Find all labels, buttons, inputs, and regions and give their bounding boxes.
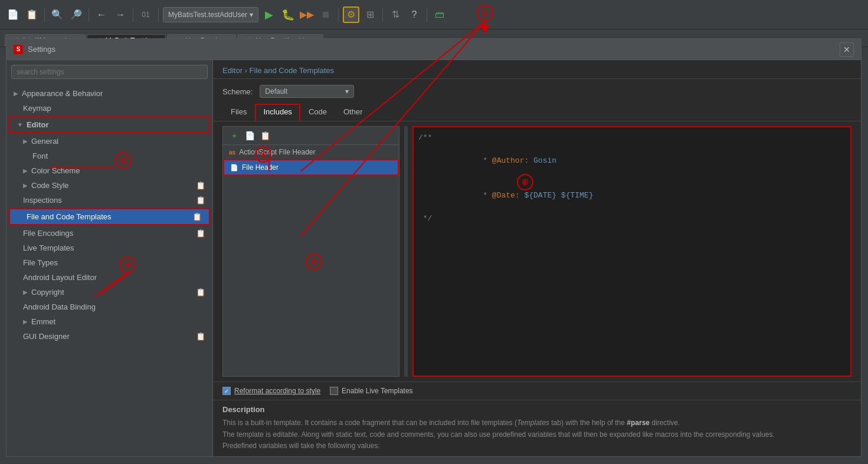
sidebar-item-font[interactable]: Font xyxy=(6,149,212,163)
reformat-checkbox-row: Reformat according to style xyxy=(222,387,320,395)
list-item-actionscript[interactable]: as ActionScript File Header xyxy=(223,145,399,159)
stop-icon[interactable]: ⏹ xyxy=(317,6,334,23)
code-editor-panel[interactable]: /** * @Author: Gosin * @Date: ${DATE} ${… xyxy=(412,126,851,377)
main-toolbar: 📄 📋 🔍 🔎 ← → 01 MyBatisTest.testAddUser ▾… xyxy=(0,0,868,29)
new-file-icon[interactable]: 📄 xyxy=(5,6,21,23)
sidebar-tree: ▶ Appearance & Behavior Keymap ▼ Editor xyxy=(6,84,212,456)
scheme-value: Default xyxy=(265,87,287,96)
find-usages-icon[interactable]: 🔎 xyxy=(68,6,84,23)
breadcrumb: Editor › File and Code Templates xyxy=(213,60,861,79)
scheme-dropdown[interactable]: Default ▾ xyxy=(260,85,354,98)
sidebar-inspections-label: Inspections xyxy=(23,196,62,205)
copy-badge-icon: 📋 xyxy=(196,181,205,190)
settings-sidebar: ▶ Appearance & Behavior Keymap ▼ Editor xyxy=(6,60,213,456)
hierarchy-icon[interactable]: ⇅ xyxy=(387,6,404,23)
tab-includes[interactable]: Includes xyxy=(255,104,300,121)
separator-7 xyxy=(427,8,427,22)
live-templates-checkbox-row: Enable Live Templates xyxy=(330,387,413,395)
sidebar-item-color-scheme[interactable]: ▶ Color Scheme xyxy=(6,163,212,178)
description-label: Description xyxy=(222,405,851,414)
dialog-title-label: Settings xyxy=(28,45,55,54)
sidebar-gui-designer-label: GUI Designer xyxy=(23,332,70,341)
debug-build-icon[interactable]: 01 xyxy=(137,6,154,23)
delete-template-button[interactable]: 📋 xyxy=(258,129,271,142)
sidebar-item-file-code-templates[interactable]: File and Code Templates 📋 xyxy=(10,209,209,224)
breadcrumb-text: Editor › File and Code Templates xyxy=(222,66,334,75)
sidebar-item-gui-designer[interactable]: GUI Designer 📋 xyxy=(6,329,212,344)
sidebar-code-style-label: Code Style xyxy=(31,181,69,190)
panel-divider[interactable] xyxy=(404,126,408,377)
reformat-label: Reformat according to style xyxy=(234,387,320,395)
sidebar-item-emmet[interactable]: ▶ Emmet xyxy=(6,314,212,329)
sidebar-item-general[interactable]: ▶ General xyxy=(6,134,212,149)
expand-down-arrow-icon: ▼ xyxy=(17,121,23,128)
tab-files[interactable]: Files xyxy=(222,104,255,121)
find-icon[interactable]: 🔍 xyxy=(49,6,65,23)
tab-other[interactable]: Other xyxy=(335,104,371,121)
sidebar-item-appearance[interactable]: ▶ Appearance & Behavior xyxy=(6,86,212,101)
sidebar-item-editor[interactable]: ▼ Editor xyxy=(10,117,209,132)
sidebar-item-android-layout[interactable]: Android Layout Editor xyxy=(6,270,212,285)
code-line-4: */ xyxy=(418,213,846,225)
add-template-button[interactable]: + xyxy=(228,129,241,142)
tab-files-label: Files xyxy=(231,107,247,116)
run-button[interactable]: ▶ xyxy=(261,6,277,23)
database-icon[interactable]: 🗃 xyxy=(431,6,448,23)
description-text: This is a built-in template. It contains… xyxy=(222,417,851,452)
sidebar-item-live-templates[interactable]: Live Templates xyxy=(6,241,212,255)
sidebar-live-templates-label: Live Templates xyxy=(23,243,74,252)
help-icon[interactable]: ? xyxy=(406,6,422,23)
sidebar-general-label: General xyxy=(31,137,58,146)
separator-6 xyxy=(382,8,383,22)
back-icon[interactable]: ← xyxy=(93,6,110,23)
sidebar-item-copyright[interactable]: ▶ Copyright 📋 xyxy=(6,285,212,300)
sidebar-emmet-label: Emmet xyxy=(31,317,55,326)
list-item-actionscript-label: ActionScript File Header xyxy=(239,148,315,156)
sidebar-item-inspections[interactable]: Inspections 📋 xyxy=(6,193,212,208)
template-tabs-bar: Files Includes Code Other xyxy=(213,104,861,121)
copy-icon[interactable]: 📋 xyxy=(24,6,40,23)
sidebar-search-input[interactable] xyxy=(11,65,208,79)
dialog-titlebar: S Settings ✕ xyxy=(6,39,861,60)
tab-other-label: Other xyxy=(343,107,363,116)
actionscript-icon: as xyxy=(229,149,235,156)
expand-arrow-icon: ▶ xyxy=(23,318,28,325)
sidebar-copyright-label: Copyright xyxy=(31,288,64,297)
list-item-file-header[interactable]: 📄 File Header xyxy=(223,159,399,176)
settings-icon[interactable]: ⚙ xyxy=(343,6,359,23)
separator-2 xyxy=(89,8,89,22)
editor-section-highlight: ▼ Editor xyxy=(9,116,210,133)
separator-3 xyxy=(133,8,133,22)
separator-1 xyxy=(44,8,45,22)
tab-code[interactable]: Code xyxy=(300,104,335,121)
copy-badge-gui-icon: 📋 xyxy=(196,332,205,341)
sidebar-item-android-data-binding[interactable]: Android Data Binding xyxy=(6,300,212,314)
live-templates-checkbox[interactable] xyxy=(330,387,338,395)
sidebar-item-keymap[interactable]: Keymap xyxy=(6,101,212,116)
debug-button[interactable]: 🐛 xyxy=(280,6,296,23)
settings-dialog: S Settings ✕ ▶ Appearance & Behavior K xyxy=(6,38,862,457)
code-line-2: * @Author: Gosin xyxy=(418,144,846,179)
file-code-templates-highlight: File and Code Templates 📋 xyxy=(9,208,210,225)
structure-icon[interactable]: ⊞ xyxy=(362,6,378,23)
file-list-panel: + 📄 📋 as ActionScript File Header xyxy=(222,126,399,377)
sidebar-color-scheme-label: Color Scheme xyxy=(31,166,80,175)
sidebar-item-file-encodings[interactable]: File Encodings 📋 xyxy=(6,226,212,241)
template-editor-area: + 📄 📋 as ActionScript File Header xyxy=(213,121,861,381)
copy-template-button[interactable]: 📄 xyxy=(243,129,256,142)
reformat-checkbox[interactable] xyxy=(222,387,231,395)
dropdown-arrow-icon: ▾ xyxy=(250,11,253,19)
forward-icon[interactable]: → xyxy=(112,6,129,23)
sidebar-editor-label: Editor xyxy=(27,120,49,129)
scheme-row: Scheme: Default ▾ xyxy=(213,79,861,104)
sidebar-item-file-types[interactable]: File Types xyxy=(6,255,212,270)
copy-badge-fct-icon: 📋 xyxy=(192,212,202,221)
run-coverage-icon[interactable]: ▶▶ xyxy=(299,6,315,23)
code-line-1: /** xyxy=(418,132,846,144)
run-configuration[interactable]: MyBatisTest.testAddUser ▾ xyxy=(163,7,258,22)
dialog-title-container: S Settings xyxy=(14,45,55,54)
dialog-close-button[interactable]: ✕ xyxy=(840,42,854,57)
settings-content-area: Editor › File and Code Templates Scheme:… xyxy=(213,60,861,456)
template-file-list: as ActionScript File Header 📄 File Heade… xyxy=(223,145,399,376)
sidebar-item-code-style[interactable]: ▶ Code Style 📋 xyxy=(6,178,212,193)
